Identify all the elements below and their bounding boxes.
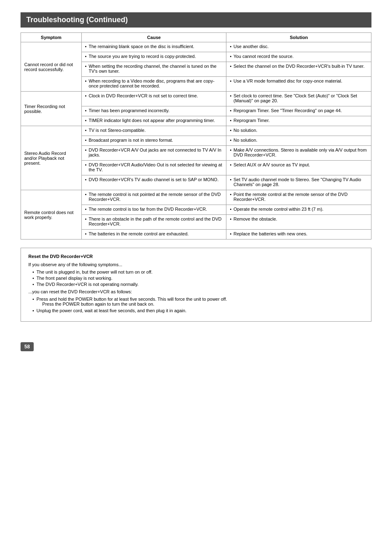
cause-cell: •TV is not Stereo-compatible. [81,126,226,136]
solution-cell: •Set TV audio channel mode to Stereo. Se… [226,175,371,190]
page-title: Troubleshooting (Continued) [26,16,366,24]
symptom-text: The front panel display is not working. [37,276,113,281]
solution-cell: •No solution. [226,126,371,136]
reset-intro: If you observe any of the following symp… [28,262,364,267]
bullet-icon: • [32,308,34,313]
solution-cell: •Set clock to correct time. See "Clock S… [226,92,371,106]
table-row: Remote control does not work properly. •… [21,190,371,205]
cause-cell: •The remaining blank space on the disc i… [81,42,226,52]
list-item: • The front panel display is not working… [32,276,364,281]
step-text: Unplug the power cord, wait at least fiv… [37,308,187,313]
solution-cell: •No solution. [226,136,371,146]
solution-cell: •Use a VR mode formatted disc for copy-o… [226,77,371,92]
page-header: Troubleshooting (Continued) [21,12,371,28]
col-header-symptom: Symptom [21,33,82,42]
cause-cell: •TIMER indicator light does not appear a… [81,116,226,126]
table-row: Stereo Audio Record and/or Playback not … [21,126,371,136]
cause-cell: •Clock in DVD Recorder+VCR is not set to… [81,92,226,106]
col-header-solution: Solution [226,33,371,42]
cause-cell: •The remote control is too far from the … [81,205,226,215]
list-item: • Unplug the power cord, wait at least f… [32,308,364,313]
cause-cell: •DVD Recorder+VCR A/V Out jacks are not … [81,146,226,161]
cause-cell: •Broadcast program is not in stereo form… [81,136,226,146]
bullet-icon: • [32,276,34,281]
cause-cell: •When setting the recording channel, the… [81,62,226,77]
cause-cell: •DVD Recorder+VCR's TV audio channel is … [81,175,226,190]
symptom-text: The DVD Recorder+VCR is not operating no… [37,282,138,287]
cause-cell: •The batteries in the remote control are… [81,230,226,240]
solution-cell: •Use another disc. [226,42,371,52]
reset-middle-text: ...you can reset the DVD Recorder+VCR as… [28,289,364,294]
symptom-cell: Timer Recording not possible. [21,92,82,126]
solution-cell: •Operate the remote control within 23 ft… [226,205,371,215]
solution-cell: •Reprogram Timer. [226,116,371,126]
solution-cell: •You cannot record the source. [226,52,371,62]
cause-cell: •There is an obstacle in the path of the… [81,215,226,230]
solution-cell: •Point the remote control at the remote … [226,190,371,205]
cause-cell: •The source you are trying to record is … [81,52,226,62]
table-row: Cannot record or did not record successf… [21,42,371,52]
step-text: Press and hold the POWER button for at l… [37,297,227,306]
symptom-cell: Cannot record or did not record successf… [21,42,82,92]
reset-symptoms-list: • The unit is plugged in, but the power … [32,269,364,287]
solution-cell: •Select AUX or A/V source as TV input. [226,161,371,175]
list-item: • The unit is plugged in, but the power … [32,269,364,274]
cause-cell: •Timer has been programmed incorrectly. [81,106,226,116]
bullet-icon: • [32,282,34,287]
reset-steps-list: • Press and hold the POWER button for at… [32,297,364,313]
solution-cell: •Replace the batteries with new ones. [226,230,371,240]
page-number: 58 [21,342,34,351]
symptom-cell: Remote control does not work properly. [21,190,82,240]
cause-cell: •When recording to a Video mode disc, pr… [81,77,226,92]
reset-section: Reset the DVD Recorder+VCR If you observ… [21,248,371,322]
cause-cell: •DVD Recorder+VCR Audio/Video Out is not… [81,161,226,175]
list-item: • Press and hold the POWER button for at… [32,297,364,306]
solution-cell: •Make A/V connections. Stereo is availab… [226,146,371,161]
cause-cell: •The remote control is not pointed at th… [81,190,226,205]
bullet-icon: • [32,297,34,302]
reset-title: Reset the DVD Recorder+VCR [28,254,364,259]
table-row: Timer Recording not possible. •Clock in … [21,92,371,106]
troubleshooting-table: Symptom Cause Solution Cannot record or … [21,32,371,240]
solution-cell: •Select the channel on the DVD Recorder+… [226,62,371,77]
page-number-area: 58 [21,334,371,351]
bullet-icon: • [32,269,34,274]
solution-cell: •Reprogram Timer. See "Timer Recording" … [226,106,371,116]
solution-cell: •Remove the obstacle. [226,215,371,230]
list-item: • The DVD Recorder+VCR is not operating … [32,282,364,287]
col-header-cause: Cause [81,33,226,42]
symptom-cell: Stereo Audio Record and/or Playback not … [21,126,82,190]
symptom-text: The unit is plugged in, but the power wi… [37,269,152,274]
